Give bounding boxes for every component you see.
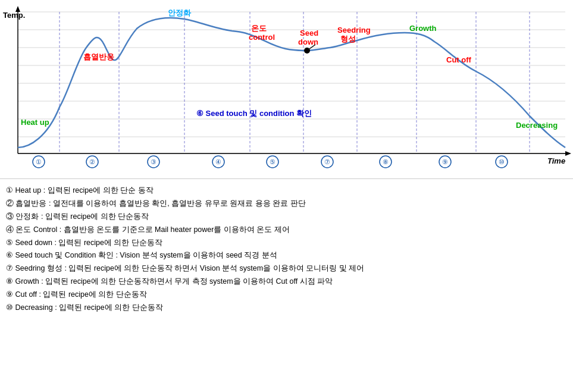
- svg-text:Growth: Growth: [409, 24, 437, 33]
- svg-text:①: ①: [36, 158, 42, 165]
- svg-text:⑦: ⑦: [324, 158, 330, 165]
- chart-svg: Temp. Time Heat up 흡열반응 안정화 온도 control S…: [0, 0, 573, 178]
- svg-text:③: ③: [151, 158, 156, 165]
- desc-5: ⑤ Seed down : 입력된 recipe에 의한 단순동작: [6, 237, 565, 250]
- svg-text:안정화: 안정화: [168, 8, 192, 17]
- svg-text:⑧: ⑧: [383, 158, 389, 165]
- divider: [0, 178, 573, 179]
- svg-text:형성: 형성: [340, 35, 356, 43]
- svg-text:down: down: [298, 37, 318, 46]
- descriptions-area: ① Heat up : 입력된 recipe에 의한 단순 동작 ② 흡열반응 …: [6, 184, 565, 315]
- desc-9: ⑨ Cut off : 입력된 recipe에 의한 단순동작: [6, 288, 565, 302]
- svg-text:Heat up: Heat up: [21, 118, 49, 127]
- svg-text:⑩: ⑩: [499, 158, 505, 165]
- svg-text:Decreasing: Decreasing: [516, 121, 558, 130]
- svg-text:Seed: Seed: [300, 29, 318, 37]
- svg-marker-20: [565, 151, 571, 156]
- desc-8: ⑧ Growth : 입력된 recipe에 의한 단순동작하면서 무게 측정 …: [6, 275, 565, 288]
- svg-text:⑤: ⑤: [270, 158, 275, 165]
- svg-text:온도: 온도: [251, 24, 267, 33]
- svg-text:흡열반응: 흡열반응: [83, 52, 114, 61]
- main-container: Temp. Time Heat up 흡열반응 안정화 온도 control S…: [0, 0, 573, 392]
- svg-text:Cut off: Cut off: [446, 55, 472, 64]
- desc-2: ② 흡열반응 : 열전대를 이용하여 흡열반응 확인, 흡열반응 유무로 원재료…: [6, 197, 565, 211]
- svg-text:Seedring: Seedring: [337, 26, 371, 35]
- desc-4: ④ 온도 Control : 흡열반응 온도를 기준으로 Mail heater…: [6, 224, 565, 237]
- svg-text:Time: Time: [547, 156, 565, 165]
- desc-10: ⑩ Decreasing : 입력된 recipe에 의한 단순동작: [6, 302, 565, 315]
- desc-7: ⑦ Seedring 형성 : 입력된 recipe에 의한 단순동작 하면서 …: [6, 262, 565, 275]
- svg-text:⑨: ⑨: [442, 158, 448, 165]
- chart-area: Temp. Time Heat up 흡열반응 안정화 온도 control S…: [0, 0, 573, 178]
- desc-1: ① Heat up : 입력된 recipe에 의한 단순 동작: [6, 184, 565, 197]
- svg-text:④: ④: [215, 158, 221, 165]
- svg-text:②: ②: [89, 158, 95, 165]
- desc-6: ⑥ Seed touch 및 Condition 확인 : Vision 분석 …: [6, 249, 565, 262]
- svg-text:control: control: [249, 33, 275, 42]
- desc-3: ③ 안정화 : 입력된 recipe에 의한 단순동작: [6, 211, 565, 224]
- svg-text:Temp.: Temp.: [3, 11, 25, 20]
- svg-text:⑥  Seed touch 및 condition 확인: ⑥ Seed touch 및 condition 확인: [196, 109, 312, 118]
